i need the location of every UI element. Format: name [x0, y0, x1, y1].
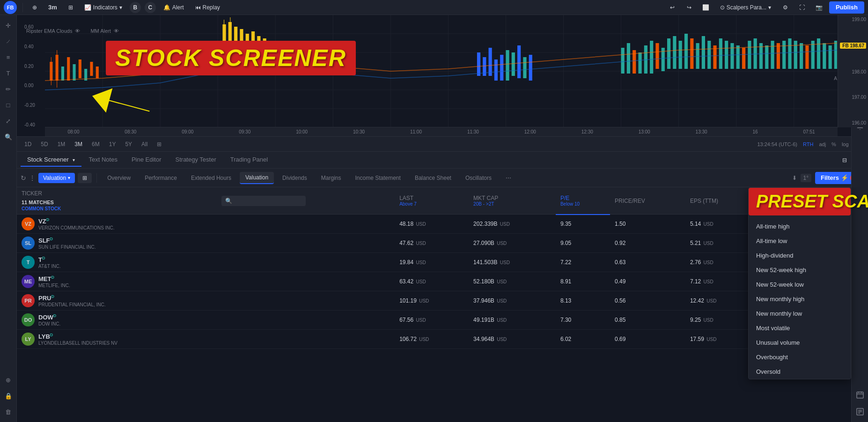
log-label[interactable]: log [842, 141, 849, 147]
dropdown-item[interactable]: New 52-week high [749, 263, 851, 277]
dropdown-item[interactable]: New monthly low [749, 306, 851, 321]
fullscreen-btn[interactable]: ⬜ [699, 1, 713, 14]
lock-tool[interactable]: 🔒 [2, 389, 15, 402]
table-row[interactable]: PR PRUD PRUDENTIAL FINANCIAL, INC. 101.1… [17, 291, 868, 311]
dropdown-item[interactable]: Oversold [749, 364, 851, 379]
indicator1-eye[interactable]: 👁 [75, 28, 80, 34]
col-last[interactable]: LAST Above 7 [395, 187, 469, 215]
dropdown-item[interactable]: All-time low [749, 234, 851, 248]
screener-table: TICKER 11 MATCHES COMMON STOCK [17, 187, 868, 349]
interval-btn[interactable]: 3m [44, 2, 61, 13]
tf-1d[interactable]: 1D [21, 140, 35, 149]
page-btn[interactable]: 1° [801, 174, 811, 182]
scalpers-btn[interactable]: ⊙ Scalpers Para... ▾ [716, 2, 775, 13]
text-tool[interactable]: T [2, 67, 15, 80]
logo[interactable]: FB [4, 1, 17, 14]
table-row[interactable]: T TD AT&T INC. 19.84 USD 141.503B USD 7.… [17, 253, 868, 272]
tf-5d[interactable]: 5D [37, 140, 51, 149]
right-a-label: A [834, 76, 837, 81]
shapes-tool[interactable]: □ [2, 98, 15, 111]
table-row[interactable]: VZ VZD VERIZON COMMUNICATIONS INC. 48.18… [17, 215, 868, 234]
download-btn[interactable]: ⬇ [792, 175, 797, 181]
col-eps-ttm[interactable]: EPS (TTM) [685, 187, 757, 215]
dropdown-item[interactable]: Most volatile [749, 321, 851, 335]
tab-text-notes[interactable]: Text Notes [82, 153, 124, 167]
reload-btn[interactable]: ↻ [21, 174, 26, 182]
table-row[interactable]: SL SLFD SUN LIFE FINANCIAL INC. 47.62 US… [17, 234, 868, 253]
rth-label[interactable]: RTH [803, 141, 813, 147]
dropdown-item[interactable]: New 52-week low [749, 277, 851, 292]
more-filters-btn[interactable]: ⋯ [500, 172, 517, 184]
tab-stock-screener[interactable]: Stock Screener ▾ [21, 153, 81, 167]
trash-tool[interactable]: 🗑 [2, 405, 15, 418]
add-chart-btn[interactable]: ⊕ [29, 2, 41, 13]
bottom-panel: Stock Screener ▾ Text Notes Pine Editor … [17, 152, 868, 422]
tab-strategy-tester[interactable]: Strategy Tester [169, 153, 223, 167]
table-row[interactable]: LY LYBD LYONDELLBASELL INDUSTRIES NV 106… [17, 330, 868, 349]
undo-btn[interactable]: ↩ [666, 1, 679, 14]
magnet-tool[interactable]: ⊕ [2, 373, 15, 386]
dropdown-item[interactable]: Unusual volume [749, 335, 851, 350]
tf-1y[interactable]: 1Y [105, 140, 120, 149]
percent-label[interactable]: % [831, 141, 836, 147]
layout-btn[interactable]: ⊞ [65, 2, 77, 13]
b-btn[interactable]: B [130, 2, 141, 13]
tab-pine-editor[interactable]: Pine Editor [125, 153, 168, 167]
tf-all[interactable]: All [138, 140, 151, 149]
tf-3m[interactable]: 3M [71, 140, 86, 149]
grid-view-btn[interactable]: ⊞ [78, 173, 92, 183]
svg-rect-69 [719, 38, 722, 69]
filter-performance[interactable]: Performance [139, 172, 183, 184]
ticker-search-input[interactable] [221, 196, 306, 206]
dropdown-item[interactable]: All-time high [749, 219, 851, 234]
col-price-rev[interactable]: PRICE/REV [610, 187, 685, 215]
measure-tool[interactable]: ⤢ [2, 114, 15, 127]
dropdown-item[interactable]: Overbought [749, 350, 851, 364]
zoom-tool[interactable]: 🔍 [2, 130, 15, 143]
redo-btn[interactable]: ↪ [683, 1, 696, 14]
alert-btn[interactable]: 🔔 Alert [160, 2, 188, 13]
sidebar-calendar-icon[interactable] [853, 388, 867, 401]
cursor-tool[interactable]: ✛ [2, 19, 15, 32]
camera-btn[interactable]: 📷 [812, 1, 825, 14]
dropdown-panel: PRESET SCANS All-time highAll-time lowHi… [748, 187, 851, 379]
collapse-panel-btn[interactable]: ⊟ [838, 154, 851, 167]
expand-btn[interactable]: ⛶ [795, 1, 809, 14]
indicators-btn[interactable]: 📈 Indicators ▾ [81, 2, 126, 13]
table-row[interactable]: ME METD METLIFE, INC. 63.42 USD 52.180B … [17, 272, 868, 291]
tf-6m[interactable]: 6M [88, 140, 103, 149]
more-options-btn[interactable]: ⋮ [29, 174, 36, 182]
filter-extended-hours[interactable]: Extended Hours [185, 172, 237, 184]
dropdown-item[interactable]: New monthly high [749, 292, 851, 306]
valuation-pill[interactable]: Valuation ▾ [38, 173, 75, 183]
adj-label[interactable]: adj [819, 141, 826, 147]
filter-balance-sheet[interactable]: Balance Sheet [409, 172, 457, 184]
replay-btn[interactable]: ⏮ Replay [191, 2, 224, 13]
arrow-right [848, 197, 868, 216]
dropdown-item[interactable]: High-dividend [749, 248, 851, 263]
c-btn[interactable]: C [145, 2, 156, 13]
brush-tool[interactable]: ✏ [2, 82, 15, 96]
settings-btn[interactable]: ⚙ [779, 1, 792, 14]
fib-tool[interactable]: ≡ [2, 51, 15, 64]
tf-5y[interactable]: 5Y [121, 140, 136, 149]
col-mktcap[interactable]: MKT CAP 20B - >2T [469, 187, 556, 215]
filter-dividends[interactable]: Dividends [277, 172, 313, 184]
preset-scans-container: PRESET SCANS [749, 188, 851, 215]
tf-compare[interactable]: ⊞ [153, 140, 165, 149]
filter-overview[interactable]: Overview [102, 172, 136, 184]
filter-valuation[interactable]: Valuation [240, 172, 274, 184]
filter-income-statement[interactable]: Income Statement [349, 172, 406, 184]
publish-button[interactable]: Publish [829, 1, 864, 14]
col-pe[interactable]: P/E Below 10 [556, 187, 610, 215]
line-tool[interactable]: ⟋ [2, 35, 15, 48]
filter-oscillators[interactable]: Oscillators [460, 172, 497, 184]
indicator2-eye[interactable]: 👁 [114, 28, 119, 34]
tab-trading-panel[interactable]: Trading Panel [224, 153, 274, 167]
table-row[interactable]: DO DOWD DOW INC. 67.56 USD 49.191B USD 7… [17, 311, 868, 330]
indicator2-label: MM Alert [90, 28, 110, 34]
filter-margins[interactable]: Margins [316, 172, 347, 184]
sidebar-news-icon[interactable] [853, 405, 867, 418]
pe-cell: 9.05 [556, 234, 610, 253]
tf-1m[interactable]: 1M [54, 140, 69, 149]
